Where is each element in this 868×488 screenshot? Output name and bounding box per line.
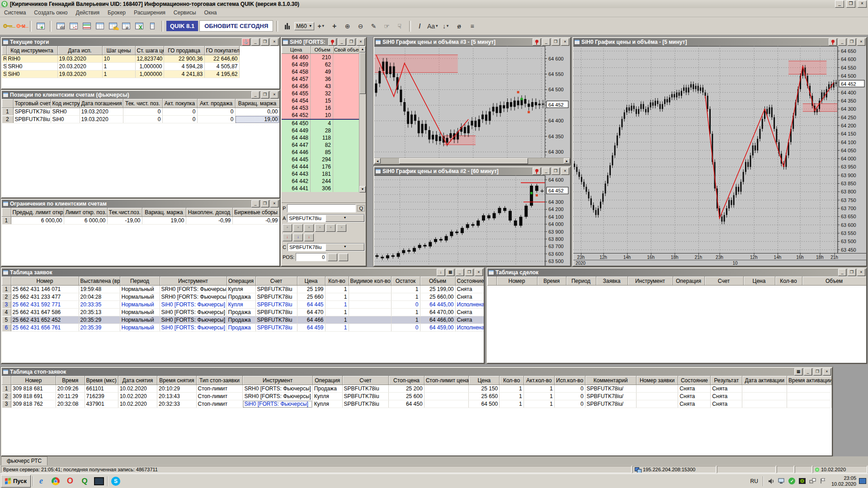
chart3-titlebar[interactable]: SiH0 График цены и объёма #3 - [5 минут]… xyxy=(374,38,570,46)
account-select[interactable]: SPBFUTK78iu▼ xyxy=(287,214,365,222)
column-header[interactable]: Тек. чист. поз. xyxy=(123,99,162,108)
column-header[interactable]: Видимое кол-во xyxy=(349,277,391,286)
terminal-icon[interactable] xyxy=(93,475,105,487)
table-row[interactable]: 1309 818 68120:09:2666110110.02.202020:1… xyxy=(2,385,832,393)
column-header[interactable]: Стоп-цена xyxy=(389,376,424,385)
flag-icon[interactable] xyxy=(820,478,827,485)
bid-row[interactable]: 64 444176 xyxy=(282,163,359,170)
opera-icon[interactable]: O xyxy=(64,475,76,487)
column-header[interactable] xyxy=(2,208,11,217)
nvidia-icon[interactable] xyxy=(799,478,806,485)
table-row[interactable]: 325 662 431 592 77120:33:35НормальныйSiH… xyxy=(2,301,484,309)
skype-icon[interactable]: S xyxy=(109,475,122,487)
positions-titlebar[interactable]: Позиции по клиентским счетам (фьючерсы) … xyxy=(2,91,279,99)
menu-3[interactable]: Брокер xyxy=(104,9,130,17)
table-row[interactable]: 625 662 431 656 76120:35:39НормальныйSiH… xyxy=(2,324,484,332)
maximize-button[interactable]: ❐ xyxy=(261,38,269,46)
bid-row[interactable]: 64 443181 xyxy=(282,170,359,178)
table-row[interactable]: 525 662 431 652 45220:35:29НормальныйSiH… xyxy=(2,316,484,324)
column-header[interactable]: Время (мкс) xyxy=(85,376,118,385)
close-button[interactable]: × xyxy=(823,368,831,375)
column-header[interactable]: Номер xyxy=(11,376,56,385)
column-header[interactable]: Инструмент xyxy=(627,277,673,286)
column-header[interactable]: Вариац. маржа xyxy=(235,99,279,108)
column-header[interactable]: Номер xyxy=(496,277,537,286)
anchor-icon[interactable]: ⚓ xyxy=(242,38,250,46)
pointer-hand-icon[interactable]: ☞ xyxy=(381,21,393,32)
chart2-plot[interactable]: 64 60064 30064 20064 10064 00063 90063 8… xyxy=(374,175,570,266)
start-button[interactable]: Пуск xyxy=(1,475,31,488)
add-indicator-button[interactable]: +▼ xyxy=(316,21,327,32)
edit-table-icon[interactable]: ✍ xyxy=(107,21,119,32)
ask-row[interactable]: 64 45532 xyxy=(282,90,359,97)
close-button[interactable]: × xyxy=(475,269,483,276)
column-header[interactable]: Код инструмента xyxy=(6,46,57,55)
minimize-button[interactable]: _ xyxy=(804,368,812,375)
maximize-button[interactable]: ❐ xyxy=(465,269,473,276)
column-header[interactable]: Биржевые сборы xyxy=(232,208,279,217)
minimize-button[interactable]: _ xyxy=(251,91,259,99)
column-header[interactable]: Период xyxy=(566,277,596,286)
ask-row[interactable]: 64 460210 xyxy=(282,54,359,61)
maximize-button[interactable]: ❐ xyxy=(848,269,856,276)
column-header[interactable]: Цена xyxy=(743,277,775,286)
close-button[interactable]: × xyxy=(857,38,865,46)
quotes-table-icon[interactable] xyxy=(81,21,93,32)
menu-6[interactable]: Окна xyxy=(200,9,221,17)
quik-icon[interactable]: Q xyxy=(78,475,91,487)
column-header[interactable]: Инструмент xyxy=(243,376,312,385)
column-header[interactable]: Кол-во xyxy=(325,277,349,286)
arrow-tool-icon[interactable]: ↓▼ xyxy=(440,21,452,32)
update-today-button[interactable]: ОБНОВИТЕ СЕГОДНЯ xyxy=(199,20,273,32)
ie-icon[interactable]: e xyxy=(35,475,47,487)
narrow-table-icon[interactable] xyxy=(146,21,158,32)
table-row[interactable]: SRH0 [FORTS: ФьючеSRH020.03.202011,00000… xyxy=(2,63,279,70)
column-header[interactable]: Период xyxy=(120,277,160,286)
column-header[interactable]: Операция xyxy=(226,277,255,286)
column-header[interactable]: Торговый счет xyxy=(13,99,51,108)
close-button[interactable]: × xyxy=(561,168,569,175)
chart-table-icon[interactable]: ılıl xyxy=(55,21,66,32)
show-desktop-button[interactable] xyxy=(858,475,867,487)
column-header[interactable]: Счет xyxy=(704,277,743,286)
scroll-right-icon[interactable]: ► xyxy=(564,158,570,164)
settings-grid-icon[interactable]: ▦ xyxy=(794,368,802,375)
column-header[interactable]: Номер заявки xyxy=(636,376,678,385)
column-header[interactable]: Накоплен. доход xyxy=(186,208,232,217)
column-header[interactable]: Счет xyxy=(342,376,389,385)
table-row[interactable]: 16 000,006 000,00-19,0019,00-0,99-0,99 xyxy=(2,217,279,225)
ask-row[interactable]: 64 45849 xyxy=(282,68,359,75)
current-trades-titlebar[interactable]: Текущие торги ⚓ _ ❐ × xyxy=(2,38,279,46)
column-header[interactable]: Предыд. лимит откр. xyxy=(11,208,64,217)
dom-tool-button-1[interactable]: ▫ xyxy=(283,224,292,232)
settings-grid-icon[interactable]: ▦ xyxy=(446,269,454,276)
candlestick-chart-icon[interactable] xyxy=(281,21,293,32)
ask-row[interactable]: 64 45210 xyxy=(282,112,359,119)
column-header[interactable] xyxy=(487,277,496,286)
maximize-button[interactable]: ❐ xyxy=(552,168,560,175)
column-header[interactable]: Комментарий xyxy=(585,376,636,385)
language-indicator[interactable]: RU xyxy=(748,478,761,484)
column-header[interactable]: Свой объем xyxy=(334,46,361,54)
tab-futures-rts[interactable]: фьючерс РТС xyxy=(1,456,47,465)
pin-icon[interactable] xyxy=(533,38,541,46)
order-book-scrollbar[interactable]: ▲▼ xyxy=(359,46,366,192)
new-window-icon[interactable]: + xyxy=(35,21,47,32)
minimize-button[interactable]: _ xyxy=(542,38,550,46)
column-header[interactable]: Акт. продажа xyxy=(197,99,235,108)
chart3-hscrollbar[interactable]: ◄ ► xyxy=(374,158,570,164)
orders-titlebar[interactable]: Таблица заявок ↓ ▦ _ ❐ × xyxy=(2,268,484,277)
table-row[interactable]: 3309 818 76220:32:0843790110.02.202020:3… xyxy=(2,400,832,408)
close-button[interactable]: × xyxy=(357,38,365,46)
chart3-plot[interactable]: 64 60064 55064 50064 40064 35064 30064 4… xyxy=(374,46,570,158)
column-header[interactable]: Объем xyxy=(311,46,334,54)
dom-tool-button-5[interactable]: ▫ xyxy=(326,224,335,232)
maximize-button[interactable]: ❐ xyxy=(261,91,269,99)
export-icon[interactable]: ↓ xyxy=(437,269,445,276)
column-header[interactable]: Остаток xyxy=(391,277,420,286)
chart-main-plot[interactable]: 64 65064 60064 55064 50064 40064 35064 3… xyxy=(573,46,866,266)
menu-0[interactable]: Система xyxy=(0,9,30,17)
taskbar-clock[interactable]: 23:05 10.02.2020 xyxy=(831,475,856,487)
cancel-orders-button[interactable]: ↓ xyxy=(304,234,314,241)
table-row[interactable]: 1SPBFUTK78iuSRH019.03.20200000,00 xyxy=(2,108,279,116)
